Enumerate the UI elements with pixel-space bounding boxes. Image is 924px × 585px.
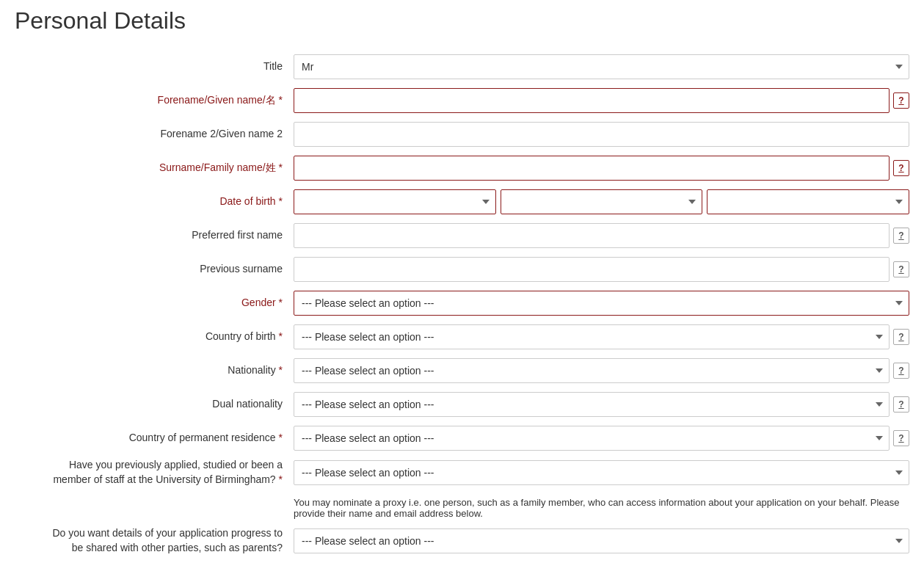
previously-applied-row: Have you previously applied, studied or …	[15, 458, 909, 487]
dual-nationality-help-button[interactable]: ?	[893, 396, 909, 413]
country-permanent-residence-help-button[interactable]: ?	[893, 430, 909, 446]
nationality-label: Nationality *	[15, 363, 294, 378]
preferred-name-input-col: ?	[294, 223, 909, 248]
dual-nationality-select[interactable]: --- Please select an option ---	[294, 392, 890, 417]
dual-nationality-row: Dual nationality --- Please select an op…	[15, 390, 909, 418]
previously-applied-label: Have you previously applied, studied or …	[15, 458, 294, 487]
preferred-name-label: Preferred first name	[15, 228, 294, 243]
previous-surname-row: Previous surname ?	[15, 255, 909, 283]
dob-month-select[interactable]	[501, 189, 703, 214]
forename-input[interactable]	[294, 88, 890, 113]
forename2-input[interactable]	[294, 122, 909, 147]
gender-row: Gender * --- Please select an option ---…	[15, 289, 909, 317]
gender-select[interactable]: --- Please select an option --- Male Fem…	[294, 291, 909, 316]
proxy-info-text: You may nominate a proxy i.e. one person…	[294, 493, 909, 523]
country-permanent-residence-label: Country of permanent residence *	[15, 431, 294, 446]
preferred-name-row: Preferred first name ?	[15, 222, 909, 250]
country-permanent-residence-select[interactable]: --- Please select an option ---	[294, 426, 890, 451]
country-of-birth-select[interactable]: --- Please select an option ---	[294, 324, 890, 349]
country-of-birth-label: Country of birth *	[15, 330, 294, 344]
previous-surname-help-button[interactable]: ?	[893, 261, 909, 277]
dob-year-select[interactable]	[707, 189, 909, 214]
title-select[interactable]: Mr Mrs Miss Ms Dr Prof	[294, 54, 909, 79]
previous-surname-input-col: ?	[294, 257, 909, 282]
country-permanent-residence-row: Country of permanent residence * --- Ple…	[15, 424, 909, 452]
nationality-select[interactable]: --- Please select an option ---	[294, 358, 890, 383]
previously-applied-input-col: --- Please select an option --- Yes No	[294, 460, 909, 485]
nationality-help-button[interactable]: ?	[893, 363, 909, 379]
share-with-parties-label: Do you want details of your application …	[15, 526, 294, 555]
gender-label: Gender *	[15, 296, 294, 310]
dob-row: Date of birth *	[15, 188, 909, 216]
country-of-birth-input-col: --- Please select an option --- ?	[294, 324, 909, 349]
share-with-parties-input-col: --- Please select an option --- Yes No	[294, 528, 909, 553]
dob-label: Date of birth *	[15, 195, 294, 209]
title-row: Title Mr Mrs Miss Ms Dr Prof	[15, 53, 909, 81]
dob-day-select[interactable]	[294, 189, 496, 214]
country-of-birth-help-button[interactable]: ?	[893, 329, 909, 345]
nationality-row: Nationality * --- Please select an optio…	[15, 357, 909, 385]
country-permanent-residence-input-col: --- Please select an option --- ?	[294, 426, 909, 451]
forename2-row: Forename 2/Given name 2	[15, 120, 909, 148]
title-label: Title	[15, 59, 294, 74]
forename2-input-col	[294, 122, 909, 147]
share-with-parties-row: Do you want details of your application …	[15, 526, 909, 555]
nationality-input-col: --- Please select an option --- ?	[294, 358, 909, 383]
surname-input-col: ?	[294, 156, 909, 181]
surname-help-button[interactable]: ?	[893, 160, 909, 176]
surname-row: Surname/Family name/姓 * ?	[15, 154, 909, 182]
preferred-name-input[interactable]	[294, 223, 890, 248]
preferred-name-help-button[interactable]: ?	[893, 228, 909, 244]
forename-label: Forename/Given name/名 *	[15, 93, 294, 108]
forename-help-button[interactable]: ?	[893, 92, 909, 109]
surname-input[interactable]	[294, 156, 890, 181]
dual-nationality-label: Dual nationality	[15, 397, 294, 412]
page-title: Personal Details	[15, 7, 909, 38]
dob-input-col	[294, 189, 909, 214]
forename-input-col: ?	[294, 88, 909, 113]
dual-nationality-input-col: --- Please select an option --- ?	[294, 392, 909, 417]
page-container: Personal Details Title Mr Mrs Miss Ms Dr…	[0, 0, 924, 585]
title-input-col: Mr Mrs Miss Ms Dr Prof	[294, 54, 909, 79]
previous-surname-input[interactable]	[294, 257, 890, 282]
surname-label: Surname/Family name/姓 *	[15, 161, 294, 175]
country-of-birth-row: Country of birth * --- Please select an …	[15, 323, 909, 351]
previously-applied-select[interactable]: --- Please select an option --- Yes No	[294, 460, 909, 485]
gender-input-col: --- Please select an option --- Male Fem…	[294, 291, 909, 316]
forename-row: Forename/Given name/名 * ?	[15, 87, 909, 115]
share-with-parties-select[interactable]: --- Please select an option --- Yes No	[294, 528, 909, 553]
personal-details-form: Title Mr Mrs Miss Ms Dr Prof Forename/Gi…	[15, 53, 909, 555]
forename2-label: Forename 2/Given name 2	[15, 127, 294, 142]
previous-surname-label: Previous surname	[15, 262, 294, 277]
